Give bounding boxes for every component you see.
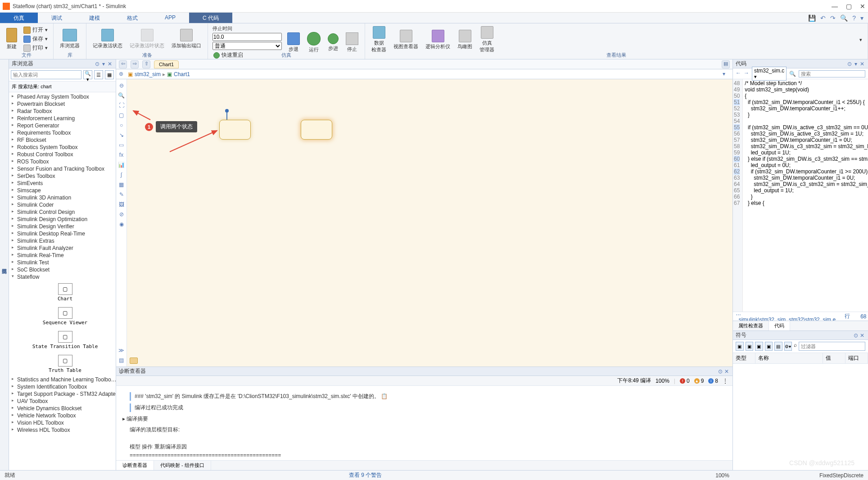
sim-viewer-button[interactable]: 视图查看器 — [392, 29, 420, 51]
log-active-button[interactable]: 记录激活状态 — [91, 28, 124, 50]
tool-nodata-icon[interactable]: ⊘ — [117, 210, 126, 219]
code-close-icon[interactable]: ✕ — [859, 61, 865, 67]
data-inspector-button[interactable]: 数据 检查器 — [370, 25, 388, 54]
insp-tab-props[interactable]: 属性检查器 — [733, 321, 769, 331]
tool-record-icon[interactable]: ◉ — [117, 220, 126, 229]
tree-item[interactable]: Simulink 3D Animation — [9, 194, 116, 201]
tree-item[interactable]: Simulink Design Optimization — [9, 216, 116, 223]
tool-state-icon[interactable]: ▢ — [117, 111, 126, 120]
diag-errors[interactable]: !0 — [680, 378, 690, 384]
tree-item[interactable]: Wireless HDL Toolbox — [9, 426, 116, 434]
tree-item[interactable]: Simulink Extras — [9, 237, 116, 245]
panel-menu-icon[interactable]: ⊙ — [94, 61, 100, 67]
sym-filter-input[interactable] — [799, 342, 865, 351]
status-zoom[interactable]: 100% — [715, 472, 729, 479]
tree-item[interactable]: UAV Toolbox — [9, 398, 116, 405]
library-tree[interactable]: Phased Array System ToolboxPowertrain Bl… — [9, 92, 116, 470]
crumb-root[interactable]: stm32_sim — [135, 71, 161, 77]
tool-comment-icon[interactable]: ≫ — [117, 346, 126, 355]
library-search-button[interactable]: 🔍▾ — [83, 70, 92, 79]
tree-item[interactable]: Statistics and Machine Learning Toolbo… — [9, 376, 116, 383]
tool-image-icon[interactable]: 🖼 — [117, 200, 126, 209]
tree-item[interactable]: Simulink Test — [9, 259, 116, 266]
tree-item[interactable]: Robust Control Toolbox — [9, 151, 116, 158]
nav-back-button[interactable]: ⇦ — [119, 60, 127, 68]
run-button[interactable]: 运行 — [305, 31, 322, 54]
tree-item[interactable]: Simulink Desktop Real-Time — [9, 230, 116, 237]
maximize-button[interactable]: ▢ — [846, 3, 852, 10]
log-leaf-button[interactable]: 记录激活叶状态 — [128, 28, 166, 50]
status-warnings[interactable]: 查看 9 个警告 — [349, 471, 382, 479]
stop-time-input[interactable] — [212, 33, 282, 41]
new-button[interactable]: 新建 — [5, 27, 19, 51]
qat-undo-icon[interactable]: ↶ — [820, 14, 826, 22]
sym-btn-1[interactable]: ▣ — [736, 342, 744, 351]
code-search-input[interactable] — [799, 70, 865, 77]
tree-item[interactable]: Simulink Control Design — [9, 208, 116, 216]
open-button[interactable]: 打开 ▾ — [23, 26, 49, 34]
tree-item[interactable]: Simulink Coder — [9, 201, 116, 208]
tree-item[interactable]: Vision HDL Toolbox — [9, 419, 116, 426]
tree-item[interactable]: RF Blockset — [9, 136, 116, 144]
tree-item[interactable]: System Identification Toolbox — [9, 383, 116, 390]
sym-btn-2[interactable]: ▣ — [746, 342, 754, 351]
tree-item[interactable]: Vehicle Dynamics Blockset — [9, 405, 116, 412]
diag-warnings[interactable]: ▲9 — [694, 378, 704, 384]
nav-overview-icon[interactable]: ▤ — [722, 60, 730, 68]
library-block[interactable]: ▢Chart — [14, 281, 116, 304]
tree-item[interactable]: Sensor Fusion and Tracking Toolbox — [9, 165, 116, 172]
library-block[interactable]: ▢State Transition Table — [14, 328, 116, 352]
tree-item[interactable]: Radar Toolbox — [9, 108, 116, 115]
state-1[interactable] — [219, 120, 251, 140]
add-port-button[interactable]: 添加输出端口 — [170, 28, 203, 50]
tool-graph-icon[interactable]: 📊 — [117, 160, 126, 169]
model-browser-tab[interactable]: 模型浏览器 — [0, 59, 9, 470]
library-block[interactable]: ▢Truth Table — [14, 352, 116, 376]
ribbon-tab-app[interactable]: APP — [151, 13, 189, 23]
qat-redo-icon[interactable]: ↷ — [830, 14, 836, 22]
ribbon-tab-format[interactable]: 格式 — [113, 13, 151, 23]
code-fwd-button[interactable]: → — [744, 70, 749, 78]
tree-item[interactable]: Powertrain Blockset — [9, 100, 116, 108]
tool-box-icon[interactable]: ▭ — [117, 140, 126, 149]
sym-close-icon[interactable]: ✕ — [859, 332, 865, 339]
print-button[interactable]: 打印 ▾ — [23, 44, 49, 52]
birdseye-button[interactable]: 鸟瞰图 — [456, 29, 474, 51]
diag-content[interactable]: ### 'stm32_sim' 的 Simulink 缓存工件是在 'D:\Cl… — [116, 386, 732, 460]
insp-tab-code[interactable]: 代码 — [769, 321, 790, 331]
tree-item[interactable]: SerDes Toolbox — [9, 172, 116, 180]
library-search-input[interactable] — [11, 70, 81, 79]
step-forward-button[interactable]: 步进 — [326, 32, 340, 53]
step-back-button[interactable]: 步退 — [285, 32, 302, 54]
diag-info[interactable]: i8 — [708, 378, 718, 384]
qat-search-icon[interactable]: 🔍 — [840, 14, 848, 22]
qat-help-icon[interactable]: ? — [852, 14, 856, 22]
tool-simfunc-icon[interactable]: ∫ — [117, 170, 126, 179]
close-button[interactable]: ✕ — [860, 3, 865, 10]
tree-item[interactable]: Simscape — [9, 187, 116, 194]
sym-menu-icon[interactable]: ⊙ — [853, 332, 859, 339]
code-view[interactable]: 4849505152535455565758596061626364656667… — [733, 79, 868, 312]
code-back-button[interactable]: ← — [736, 70, 741, 78]
diag-close-icon[interactable]: ✕ — [723, 368, 730, 375]
sym-btn-4[interactable]: ▣ — [765, 342, 773, 351]
tool-trans-icon[interactable]: ↘ — [117, 131, 126, 140]
crumb-chart[interactable]: Chart1 — [174, 71, 190, 77]
tree-item[interactable]: Reinforcement Learning — [9, 115, 116, 122]
qat-save-icon[interactable]: 💾 — [808, 14, 816, 22]
sym-btn-5[interactable]: ▤ — [774, 342, 782, 351]
minimize-button[interactable]: — — [832, 3, 838, 10]
state-2[interactable] — [301, 120, 332, 140]
tool-hide-icon[interactable]: ⊖ — [117, 81, 126, 90]
tree-item[interactable]: Robotics System Toolbox — [9, 144, 116, 151]
tool-fit-icon[interactable]: ⛶ — [117, 101, 126, 110]
sim-manager-button[interactable]: 仿真 管理器 — [478, 25, 496, 54]
review-dropdown[interactable]: ▾ — [859, 36, 863, 43]
logic-analyzer-button[interactable]: 逻辑分析仪 — [424, 29, 452, 51]
tree-item[interactable]: SoC Blockset — [9, 266, 116, 273]
sym-btn-3[interactable]: ▣ — [755, 342, 763, 351]
tree-item[interactable]: Simulink Design Verifier — [9, 223, 116, 230]
library-view-list-icon[interactable]: ☰ — [94, 70, 103, 79]
tool-zoom-icon[interactable]: 🔍 — [117, 91, 126, 100]
ribbon-tab-model[interactable]: 建模 — [76, 13, 113, 23]
